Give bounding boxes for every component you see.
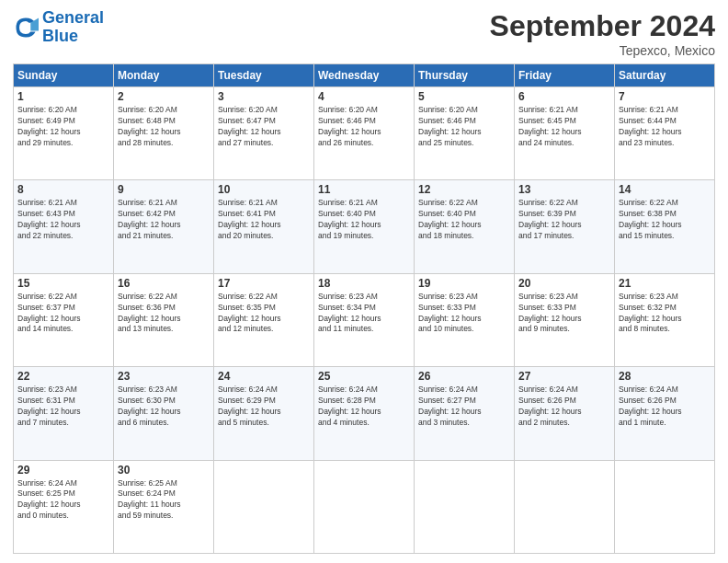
day-number: 16 <box>118 277 210 290</box>
day-info: Sunrise: 6:22 AM Sunset: 6:39 PM Dayligh… <box>518 198 610 242</box>
week-row-0: 1Sunrise: 6:20 AM Sunset: 6:49 PM Daylig… <box>14 87 715 180</box>
col-tuesday: Tuesday <box>214 64 314 87</box>
day-cell: 29Sunrise: 6:24 AM Sunset: 6:25 PM Dayli… <box>14 460 114 553</box>
day-info: Sunrise: 6:23 AM Sunset: 6:34 PM Dayligh… <box>318 292 410 336</box>
logo-line2: Blue <box>42 27 78 45</box>
header: General Blue September 2024 Tepexco, Mex… <box>13 9 715 58</box>
day-cell: 13Sunrise: 6:22 AM Sunset: 6:39 PM Dayli… <box>515 180 615 273</box>
day-cell: 14Sunrise: 6:22 AM Sunset: 6:38 PM Dayli… <box>615 180 715 273</box>
day-info: Sunrise: 6:22 AM Sunset: 6:37 PM Dayligh… <box>17 292 109 336</box>
day-number: 23 <box>118 370 210 383</box>
logo-line1: General <box>42 8 104 27</box>
day-number: 10 <box>218 183 310 196</box>
day-number: 6 <box>518 90 610 103</box>
logo-icon <box>13 15 39 40</box>
day-info: Sunrise: 6:23 AM Sunset: 6:32 PM Dayligh… <box>619 292 711 336</box>
col-monday: Monday <box>114 64 214 87</box>
day-cell: 7Sunrise: 6:21 AM Sunset: 6:44 PM Daylig… <box>615 87 715 180</box>
day-cell: 24Sunrise: 6:24 AM Sunset: 6:29 PM Dayli… <box>214 367 314 460</box>
day-cell: 18Sunrise: 6:23 AM Sunset: 6:34 PM Dayli… <box>314 273 415 366</box>
day-cell <box>515 460 615 553</box>
day-info: Sunrise: 6:24 AM Sunset: 6:29 PM Dayligh… <box>218 385 310 429</box>
day-cell: 20Sunrise: 6:23 AM Sunset: 6:33 PM Dayli… <box>515 273 615 366</box>
day-cell: 10Sunrise: 6:21 AM Sunset: 6:41 PM Dayli… <box>214 180 314 273</box>
day-number: 20 <box>518 277 610 290</box>
day-info: Sunrise: 6:24 AM Sunset: 6:25 PM Dayligh… <box>17 478 109 523</box>
day-info: Sunrise: 6:25 AM Sunset: 6:24 PM Dayligh… <box>118 478 210 523</box>
day-info: Sunrise: 6:21 AM Sunset: 6:40 PM Dayligh… <box>318 198 410 242</box>
day-info: Sunrise: 6:23 AM Sunset: 6:33 PM Dayligh… <box>518 292 610 336</box>
day-number: 13 <box>518 183 610 196</box>
month-title: September 2024 <box>490 9 715 43</box>
day-cell: 25Sunrise: 6:24 AM Sunset: 6:28 PM Dayli… <box>314 367 415 460</box>
day-number: 9 <box>118 183 210 196</box>
day-number: 4 <box>318 90 410 103</box>
day-info: Sunrise: 6:23 AM Sunset: 6:30 PM Dayligh… <box>118 385 210 429</box>
day-info: Sunrise: 6:24 AM Sunset: 6:27 PM Dayligh… <box>418 385 510 429</box>
day-info: Sunrise: 6:21 AM Sunset: 6:44 PM Dayligh… <box>619 105 711 149</box>
day-info: Sunrise: 6:22 AM Sunset: 6:38 PM Dayligh… <box>619 198 711 242</box>
day-number: 17 <box>218 277 310 290</box>
day-cell: 8Sunrise: 6:21 AM Sunset: 6:43 PM Daylig… <box>14 180 114 273</box>
day-cell: 26Sunrise: 6:24 AM Sunset: 6:27 PM Dayli… <box>415 367 515 460</box>
day-info: Sunrise: 6:22 AM Sunset: 6:35 PM Dayligh… <box>218 292 310 336</box>
day-cell: 19Sunrise: 6:23 AM Sunset: 6:33 PM Dayli… <box>415 273 515 366</box>
day-cell: 15Sunrise: 6:22 AM Sunset: 6:37 PM Dayli… <box>14 273 114 366</box>
day-cell: 3Sunrise: 6:20 AM Sunset: 6:47 PM Daylig… <box>214 87 314 180</box>
day-info: Sunrise: 6:21 AM Sunset: 6:45 PM Dayligh… <box>518 105 610 149</box>
col-thursday: Thursday <box>415 64 515 87</box>
day-cell: 1Sunrise: 6:20 AM Sunset: 6:49 PM Daylig… <box>14 87 114 180</box>
location: Tepexco, Mexico <box>490 43 715 58</box>
day-cell: 30Sunrise: 6:25 AM Sunset: 6:24 PM Dayli… <box>114 460 214 553</box>
day-number: 27 <box>518 370 610 383</box>
day-cell: 12Sunrise: 6:22 AM Sunset: 6:40 PM Dayli… <box>415 180 515 273</box>
page: General Blue September 2024 Tepexco, Mex… <box>0 0 728 563</box>
col-friday: Friday <box>515 64 615 87</box>
day-info: Sunrise: 6:21 AM Sunset: 6:43 PM Dayligh… <box>17 198 109 242</box>
day-number: 7 <box>619 90 711 103</box>
col-saturday: Saturday <box>615 64 715 87</box>
day-number: 2 <box>118 90 210 103</box>
day-number: 28 <box>619 370 711 383</box>
day-number: 11 <box>318 183 410 196</box>
header-row: Sunday Monday Tuesday Wednesday Thursday… <box>14 64 715 87</box>
week-row-1: 8Sunrise: 6:21 AM Sunset: 6:43 PM Daylig… <box>14 180 715 273</box>
day-info: Sunrise: 6:21 AM Sunset: 6:42 PM Dayligh… <box>118 198 210 242</box>
logo: General Blue <box>13 9 104 46</box>
day-number: 21 <box>619 277 711 290</box>
day-cell: 6Sunrise: 6:21 AM Sunset: 6:45 PM Daylig… <box>515 87 615 180</box>
title-block: September 2024 Tepexco, Mexico <box>490 9 715 58</box>
day-cell: 21Sunrise: 6:23 AM Sunset: 6:32 PM Dayli… <box>615 273 715 366</box>
day-info: Sunrise: 6:22 AM Sunset: 6:40 PM Dayligh… <box>418 198 510 242</box>
day-cell: 16Sunrise: 6:22 AM Sunset: 6:36 PM Dayli… <box>114 273 214 366</box>
week-row-2: 15Sunrise: 6:22 AM Sunset: 6:37 PM Dayli… <box>14 273 715 366</box>
day-number: 29 <box>17 464 109 477</box>
day-number: 25 <box>318 370 410 383</box>
day-info: Sunrise: 6:23 AM Sunset: 6:33 PM Dayligh… <box>418 292 510 336</box>
day-info: Sunrise: 6:24 AM Sunset: 6:26 PM Dayligh… <box>518 385 610 429</box>
day-number: 15 <box>17 277 109 290</box>
day-info: Sunrise: 6:21 AM Sunset: 6:41 PM Dayligh… <box>218 198 310 242</box>
day-info: Sunrise: 6:23 AM Sunset: 6:31 PM Dayligh… <box>17 385 109 429</box>
day-number: 1 <box>17 90 109 103</box>
day-number: 5 <box>418 90 510 103</box>
day-cell <box>314 460 415 553</box>
day-number: 3 <box>218 90 310 103</box>
day-number: 26 <box>418 370 510 383</box>
day-info: Sunrise: 6:24 AM Sunset: 6:28 PM Dayligh… <box>318 385 410 429</box>
day-info: Sunrise: 6:24 AM Sunset: 6:26 PM Dayligh… <box>619 385 711 429</box>
day-cell: 9Sunrise: 6:21 AM Sunset: 6:42 PM Daylig… <box>114 180 214 273</box>
day-cell <box>415 460 515 553</box>
day-cell: 28Sunrise: 6:24 AM Sunset: 6:26 PM Dayli… <box>615 367 715 460</box>
day-info: Sunrise: 6:20 AM Sunset: 6:46 PM Dayligh… <box>418 105 510 149</box>
day-number: 19 <box>418 277 510 290</box>
day-info: Sunrise: 6:20 AM Sunset: 6:46 PM Dayligh… <box>318 105 410 149</box>
day-number: 12 <box>418 183 510 196</box>
day-cell: 11Sunrise: 6:21 AM Sunset: 6:40 PM Dayli… <box>314 180 415 273</box>
day-cell: 23Sunrise: 6:23 AM Sunset: 6:30 PM Dayli… <box>114 367 214 460</box>
calendar: Sunday Monday Tuesday Wednesday Thursday… <box>13 63 715 554</box>
day-cell: 5Sunrise: 6:20 AM Sunset: 6:46 PM Daylig… <box>415 87 515 180</box>
day-number: 22 <box>17 370 109 383</box>
day-info: Sunrise: 6:20 AM Sunset: 6:47 PM Dayligh… <box>218 105 310 149</box>
week-row-3: 22Sunrise: 6:23 AM Sunset: 6:31 PM Dayli… <box>14 367 715 460</box>
